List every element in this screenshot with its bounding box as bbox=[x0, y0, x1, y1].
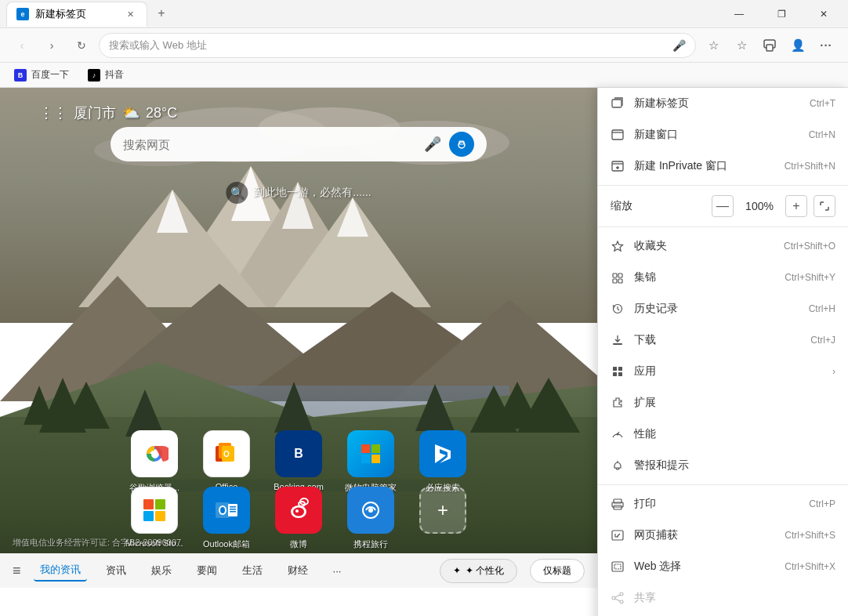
nav-item-more[interactable]: ··· bbox=[327, 562, 348, 580]
nav-item-headlines[interactable]: 要闻 bbox=[190, 560, 223, 581]
menu-item-webselect[interactable]: Web 选择 Ctrl+Shift+X bbox=[598, 551, 848, 582]
svg-point-63 bbox=[368, 508, 373, 513]
menu-item-collections[interactable]: 集锦 Ctrl+Shift+Y bbox=[598, 262, 848, 293]
quick-label-outlook: Outlook邮箱 bbox=[203, 538, 250, 550]
webcapture-icon bbox=[611, 528, 625, 542]
menu-label-favorites: 收藏夹 bbox=[634, 239, 774, 253]
menu-label-apps: 应用 bbox=[634, 364, 823, 379]
maximize-button[interactable]: ❐ bbox=[763, 0, 799, 28]
zoom-minus-button[interactable]: — bbox=[712, 195, 734, 217]
share-icon[interactable] bbox=[757, 33, 782, 58]
more-button[interactable]: ··· bbox=[814, 33, 839, 58]
add-icon[interactable]: + bbox=[419, 487, 466, 534]
svg-point-52 bbox=[220, 507, 225, 513]
apps-icon bbox=[611, 364, 625, 379]
menu-item-downloads[interactable]: 下载 Ctrl+J bbox=[598, 324, 848, 356]
bookmark-douyin[interactable]: ♪ 抖音 bbox=[83, 67, 129, 83]
quick-item-weibo[interactable]: 微博 bbox=[267, 487, 330, 550]
personalize-button[interactable]: ✦ ✦ 个性化 bbox=[440, 559, 517, 583]
tab-close-button[interactable]: ✕ bbox=[123, 7, 137, 21]
quick-item-chrome[interactable]: 谷歌浏览器... bbox=[123, 430, 186, 494]
nav-item-entertainment[interactable]: 娱乐 bbox=[145, 560, 178, 581]
bookmark-baidu[interactable]: B 百度一下 bbox=[9, 67, 74, 83]
collections-button[interactable]: ☆ bbox=[729, 33, 754, 58]
zoom-expand-button[interactable] bbox=[814, 195, 835, 217]
svg-rect-78 bbox=[618, 372, 622, 376]
svg-point-86 bbox=[620, 592, 623, 596]
menu-item-new-tab[interactable]: 新建标签页 Ctrl+T bbox=[598, 88, 848, 119]
search-circle-icon: 🔍 bbox=[226, 182, 248, 204]
search-mic-icon[interactable]: 🎤 bbox=[424, 136, 441, 153]
hamburger-icon[interactable]: ≡ bbox=[13, 563, 21, 579]
search-camera-icon[interactable] bbox=[449, 132, 474, 157]
address-bar[interactable]: 搜索或输入 Web 地址 🎤 bbox=[99, 33, 696, 58]
menu-label-share: 共享 bbox=[634, 591, 835, 605]
menu-item-share[interactable]: 共享 bbox=[598, 582, 848, 614]
zoom-value: 100% bbox=[740, 200, 779, 212]
quick-item-add[interactable]: + add bbox=[411, 487, 474, 550]
title-bar: e 新建标签页 ✕ + — ❐ ✕ bbox=[0, 0, 848, 28]
menu-item-favorites[interactable]: 收藏夹 Ctrl+Shift+O bbox=[598, 230, 848, 262]
svg-rect-74 bbox=[613, 343, 622, 345]
search-input[interactable] bbox=[123, 138, 416, 151]
dropdown-menu: 新建标签页 Ctrl+T 新建窗口 Ctrl+N 新建 InPrivate 窗口… bbox=[597, 88, 848, 616]
divider-2 bbox=[598, 226, 848, 227]
nav-item-my-news[interactable]: 我的资讯 bbox=[34, 560, 87, 582]
address-text: 搜索或输入 Web 地址 bbox=[109, 38, 207, 53]
douyin-label: 抖音 bbox=[105, 68, 124, 82]
menu-item-history[interactable]: 历史记录 Ctrl+H bbox=[598, 293, 848, 324]
nav-item-finance[interactable]: 财经 bbox=[281, 560, 314, 581]
svg-rect-55 bbox=[230, 509, 236, 510]
minimize-button[interactable]: — bbox=[721, 0, 757, 28]
nav-item-life[interactable]: 生活 bbox=[236, 560, 269, 581]
svg-rect-43 bbox=[371, 455, 380, 463]
quick-item-office[interactable]: O Office bbox=[195, 430, 258, 494]
menu-item-print[interactable]: 打印 Ctrl+P bbox=[598, 488, 848, 520]
city-name: 厦门市 bbox=[74, 103, 116, 122]
menu-item-alerts[interactable]: 警报和提示 bbox=[598, 450, 848, 481]
menu-item-webcapture[interactable]: 网页捕获 Ctrl+Shift+S bbox=[598, 520, 848, 551]
nav-item-news[interactable]: 资讯 bbox=[100, 560, 132, 581]
shortcut-webcapture: Ctrl+Shift+S bbox=[785, 530, 835, 541]
tab-favicon: e bbox=[16, 8, 29, 20]
profile-button[interactable]: 👤 bbox=[785, 33, 810, 58]
grid-icon[interactable]: ⋮⋮ bbox=[39, 104, 67, 121]
active-tab[interactable]: e 新建标签页 ✕ bbox=[6, 2, 147, 27]
refresh-button[interactable]: ↻ bbox=[69, 33, 94, 58]
svg-line-89 bbox=[615, 595, 620, 597]
mic-icon[interactable]: 🎤 bbox=[672, 39, 686, 52]
baidu-favicon: B bbox=[14, 69, 27, 82]
quick-item-bing[interactable]: 必应搜索 bbox=[411, 430, 474, 494]
zoom-plus-button[interactable]: + bbox=[785, 195, 807, 217]
bottom-nav-bar: ≡ 我的资讯 资讯 娱乐 要闻 生活 财经 ··· ✦ ✦ 个性化 仅标题 bbox=[0, 553, 597, 588]
menu-item-apps[interactable]: 应用 › bbox=[598, 356, 848, 387]
quick-item-ctrip[interactable]: 携程旅行 bbox=[339, 487, 402, 550]
quick-item-booking[interactable]: B Booking.com bbox=[267, 430, 330, 494]
star-button[interactable]: ☆ bbox=[701, 33, 726, 58]
menu-label-history: 历史记录 bbox=[634, 302, 799, 316]
shortcut-collections: Ctrl+Shift+Y bbox=[785, 272, 835, 283]
back-button[interactable]: ‹ bbox=[9, 33, 34, 58]
quick-item-outlook[interactable]: Outlook邮箱 bbox=[195, 487, 258, 550]
only-title-button[interactable]: 仅标题 bbox=[530, 559, 585, 583]
apps-arrow: › bbox=[832, 366, 835, 377]
collections-icon bbox=[611, 270, 625, 284]
forward-button[interactable]: › bbox=[39, 33, 64, 58]
close-button[interactable]: ✕ bbox=[806, 0, 842, 28]
temperature: 28°C bbox=[146, 105, 177, 121]
menu-label-webselect: Web 选择 bbox=[634, 560, 775, 574]
webselect-icon bbox=[611, 560, 625, 574]
svg-rect-69 bbox=[613, 274, 617, 277]
menu-item-new-window[interactable]: 新建窗口 Ctrl+N bbox=[598, 119, 848, 150]
quick-item-msdefender[interactable]: 微软电脑管家 bbox=[339, 430, 402, 494]
menu-item-performance[interactable]: 性能 bbox=[598, 419, 848, 450]
new-tab-icon bbox=[611, 96, 625, 111]
svg-rect-41 bbox=[371, 444, 380, 453]
new-tab-button[interactable]: + bbox=[150, 2, 172, 24]
shortcut-history: Ctrl+H bbox=[809, 303, 835, 314]
toolbar: ‹ › ↻ 搜索或输入 Web 地址 🎤 ☆ ☆ 👤 ··· bbox=[0, 28, 848, 63]
menu-item-inprivate[interactable]: 新建 InPrivate 窗口 Ctrl+Shift+N bbox=[598, 150, 848, 182]
svg-point-61 bbox=[295, 509, 299, 513]
svg-rect-1 bbox=[766, 45, 773, 51]
menu-item-extensions[interactable]: 扩展 bbox=[598, 387, 848, 419]
